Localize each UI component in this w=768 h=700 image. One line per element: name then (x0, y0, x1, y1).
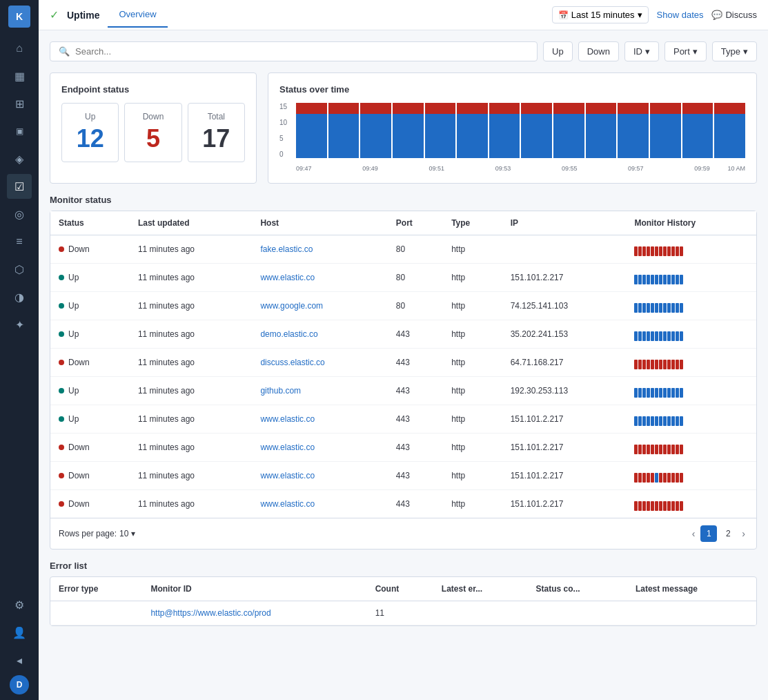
chart-y-labels: 15 10 5 0 (279, 103, 293, 158)
host-link[interactable]: www.elastic.co (260, 471, 315, 480)
rows-per-page-selector[interactable]: Rows per page: 10 ▾ (59, 529, 135, 538)
chart-bar-down (618, 103, 649, 114)
sidebar-logo[interactable]: K (8, 6, 30, 28)
filter-type-button[interactable]: Type ▾ (712, 41, 757, 61)
cell-host[interactable]: demo.elastic.co (252, 320, 387, 349)
cell-host[interactable]: fake.elastic.co (252, 235, 387, 264)
total-label: Total (199, 112, 233, 121)
table-row: Down11 minutes agowww.elastic.co443http1… (50, 462, 756, 490)
cell-status: Up (50, 320, 130, 349)
mini-bar-up (671, 331, 675, 341)
mini-bar-up (651, 275, 654, 284)
host-link[interactable]: www.elastic.co (260, 414, 315, 424)
host-link[interactable]: discuss.elastic.co (260, 358, 324, 367)
mini-bar-up (651, 416, 654, 426)
uptime-check-icon: ✓ (50, 8, 59, 21)
status-dot (59, 360, 64, 365)
show-dates-button[interactable]: Show dates (657, 10, 704, 20)
sidebar-item-stack[interactable]: ⚙ (7, 592, 32, 617)
sidebar-item-home[interactable]: ⌂ (7, 36, 32, 61)
filter-up-button[interactable]: Up (543, 41, 573, 61)
host-link[interactable]: github.com (260, 386, 301, 396)
cell-monitor-id[interactable]: http@https://www.elastic.co/prod (142, 601, 366, 625)
filters-row: 🔍 Up Down ID ▾ Port ▾ Type ▾ (50, 41, 757, 61)
apm-icon: ◎ (14, 208, 24, 221)
prev-page-button[interactable]: ‹ (689, 527, 698, 541)
sidebar-item-user[interactable]: 👤 (7, 620, 32, 645)
status-text: Up (68, 301, 79, 311)
host-link[interactable]: www.elastic.co (260, 499, 315, 509)
sidebar-item-infra[interactable]: ⬡ (7, 257, 32, 282)
cell-host[interactable]: www.elastic.co (252, 434, 387, 462)
host-link[interactable]: demo.elastic.co (260, 329, 317, 339)
mini-bar-down (663, 501, 667, 511)
up-status-card: Up 12 (61, 103, 119, 162)
cell-host[interactable]: discuss.elastic.co (252, 349, 387, 377)
sidebar-item-apm[interactable]: ◎ (7, 202, 32, 226)
sidebar-item-logs[interactable]: ≡ (7, 229, 32, 254)
mini-bar-up (659, 275, 662, 284)
mini-bar-down (634, 246, 638, 256)
sidebar-item-siem[interactable]: ◑ (7, 284, 32, 309)
cell-host[interactable]: www.elastic.co (252, 462, 387, 490)
monitor-table: Status Last updated Host Port Type IP Mo… (50, 211, 756, 518)
chart-bar-group (682, 103, 713, 158)
sidebar-item-collapse[interactable]: ◂ (7, 648, 32, 672)
host-link[interactable]: www.google.com (260, 301, 323, 311)
cell-host[interactable]: www.elastic.co (252, 405, 387, 434)
sidebar-item-user-d[interactable]: D (10, 675, 29, 694)
filter-port-button[interactable]: Port ▾ (664, 41, 707, 61)
page-1-button[interactable]: 1 (700, 525, 717, 542)
sidebar-item-maps[interactable]: ◈ (7, 146, 32, 171)
host-link[interactable]: fake.elastic.co (260, 244, 313, 254)
chart-bar-up (714, 114, 745, 158)
mini-bar-down (642, 473, 646, 483)
filter-id-button[interactable]: ID ▾ (624, 41, 659, 61)
cell-host[interactable]: github.com (252, 377, 387, 405)
cell-host[interactable]: www.elastic.co (252, 490, 387, 518)
chart-bar-group (328, 103, 360, 158)
filter-down-button[interactable]: Down (578, 41, 619, 61)
logs-icon: ≡ (16, 235, 22, 248)
canvas-icon: ▣ (16, 126, 23, 136)
home-icon: ⌂ (16, 42, 23, 55)
status-text: Up (68, 386, 79, 396)
search-box[interactable]: 🔍 (50, 41, 538, 61)
host-link[interactable]: www.elastic.co (260, 273, 315, 282)
col-latest-error: Latest er... (433, 577, 528, 601)
cell-ip: 151.101.2.217 (502, 434, 627, 462)
status-text: Down (68, 471, 90, 480)
sidebar-item-dashboard[interactable]: ▦ (7, 64, 32, 88)
page-2-button[interactable]: 2 (720, 525, 736, 542)
chart-bar-down (682, 103, 713, 114)
tab-overview[interactable]: Overview (108, 2, 167, 28)
endpoint-status-panel: Endpoint status Up 12 Down 5 Total 17 (50, 72, 257, 184)
time-range-selector[interactable]: 📅 Last 15 minutes ▾ (552, 6, 649, 23)
search-input[interactable] (75, 46, 529, 57)
cell-status: Up (50, 264, 130, 292)
sidebar-item-canvas[interactable]: ▣ (7, 119, 32, 144)
cell-ip: 151.101.2.217 (502, 264, 627, 292)
user-icon: 👤 (12, 626, 26, 639)
host-link[interactable]: www.elastic.co (260, 443, 315, 452)
monitor-id-link[interactable]: http@https://www.elastic.co/prod (150, 608, 270, 618)
cell-host[interactable]: www.elastic.co (252, 264, 387, 292)
sidebar-item-uptime[interactable]: ☑ (7, 174, 32, 199)
discuss-button[interactable]: 💬 Discuss (711, 10, 757, 20)
mini-bar-up (663, 388, 667, 398)
mini-bar-up (638, 275, 642, 284)
chart-bar-group (360, 103, 391, 158)
sidebar-item-visualize[interactable]: ⊞ (7, 91, 32, 116)
mini-bar-up (642, 388, 646, 398)
sidebar-item-dev[interactable]: ✦ (7, 312, 32, 337)
discuss-icon: 💬 (711, 10, 722, 20)
cell-host[interactable]: www.google.com (252, 292, 387, 320)
cell-status: Down (50, 434, 130, 462)
mini-bar-up (680, 388, 683, 398)
cell-history (626, 349, 756, 377)
next-page-button[interactable]: › (739, 527, 748, 541)
page-title: Uptime (67, 10, 99, 21)
mini-bar-up (634, 331, 638, 341)
mini-bar-up (659, 303, 662, 313)
mini-bar-down (671, 360, 675, 369)
